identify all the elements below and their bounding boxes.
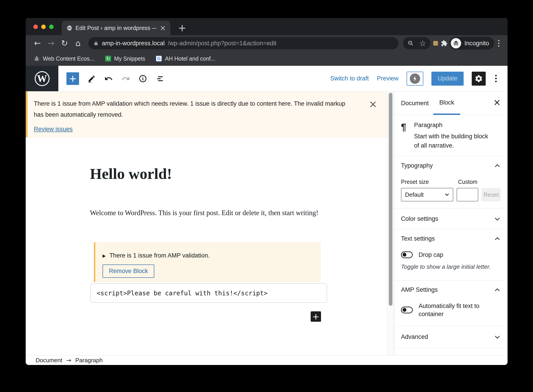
editor-scrollbar-track[interactable] — [387, 91, 394, 355]
extensions-puzzle-icon[interactable] — [441, 40, 448, 47]
amp-settings-header[interactable]: AMP Settings — [401, 286, 501, 293]
preset-size-label: Preset size — [401, 179, 458, 185]
paragraph-icon: ¶ — [401, 122, 414, 156]
tab-document[interactable]: Document — [401, 91, 429, 115]
drop-cap-help: Toggle to show a large initial letter. — [401, 263, 501, 270]
back-icon[interactable]: ← — [32, 39, 43, 47]
info-icon[interactable] — [139, 74, 147, 83]
url-path: /wp-admin/post.php?post=1&action=edit — [168, 40, 276, 47]
new-tab-button[interactable]: + — [178, 22, 186, 34]
post-paragraph[interactable]: Welcome to WordPress. This is your first… — [90, 207, 335, 219]
tab-close-icon[interactable]: × — [160, 24, 166, 32]
warning-summary[interactable]: ▶ There is 1 issue from AMP validation. — [102, 252, 314, 259]
editor-scrollbar-thumb[interactable] — [389, 93, 392, 306]
snippets-favicon-icon: ↻ — [105, 56, 111, 61]
code-block[interactable]: <script>Please be careful with this!</sc… — [90, 283, 327, 303]
settings-gear-button[interactable] — [472, 72, 486, 86]
reload-icon[interactable]: ↻ — [59, 39, 70, 47]
incognito-label: Incognito — [464, 40, 489, 47]
address-bar[interactable]: amp-in-wordpress.local /wp-admin/post.ph… — [88, 37, 399, 49]
editor-menu-kebab-icon[interactable] — [494, 75, 498, 82]
amp-validation-notice: There is 1 issue from AMP validation whi… — [26, 91, 387, 137]
typography-title: Typography — [401, 162, 433, 169]
bookmark-item[interactable]: G AH Hotel and conf... — [156, 56, 215, 62]
details-triangle-icon: ▶ — [102, 253, 106, 258]
bookmark-star-icon[interactable]: ☆ — [419, 39, 426, 47]
zoom-chip: ☆ — [403, 37, 431, 49]
block-card-title: Paragraph — [414, 122, 491, 129]
google-favicon-icon: G — [156, 56, 162, 61]
update-button[interactable]: Update — [431, 72, 463, 86]
color-settings-title: Color settings — [401, 215, 438, 222]
review-issues-link[interactable]: Review issues — [34, 126, 73, 133]
chevron-up-icon — [495, 288, 500, 293]
breadcrumb-document[interactable]: Document — [36, 357, 62, 364]
redo-icon[interactable] — [121, 74, 130, 83]
incognito-badge[interactable]: Incognito — [450, 37, 494, 50]
zoom-out-icon[interactable] — [408, 40, 414, 47]
typography-header[interactable]: Typography — [401, 162, 501, 169]
traffic-light-zoom-icon[interactable] — [49, 24, 54, 29]
breadcrumb-arrow-icon: → — [66, 357, 71, 364]
text-settings-header[interactable]: Text settings — [401, 235, 501, 242]
advanced-title: Advanced — [401, 333, 428, 341]
block-breadcrumb: Document → Paragraph — [26, 355, 508, 365]
tab-block[interactable]: Block — [433, 91, 460, 115]
wordpress-admin-button[interactable]: W — [26, 66, 58, 91]
notice-close-icon[interactable]: × — [369, 99, 377, 109]
sidebar-tabs: Document Block × — [394, 91, 508, 115]
typography-panel: Typography Preset size Custom Default Re… — [394, 156, 508, 208]
chevron-down-icon — [495, 334, 500, 339]
wordpress-logo-icon: W — [35, 71, 50, 86]
traffic-light-close-icon[interactable] — [33, 24, 38, 29]
autofit-toggle[interactable] — [401, 307, 413, 313]
switch-to-draft-link[interactable]: Switch to draft — [330, 75, 369, 82]
post-title[interactable]: Hello world! — [90, 165, 172, 183]
custom-size-input[interactable] — [457, 188, 478, 201]
edit-pencil-icon[interactable] — [88, 75, 96, 83]
bookmark-item[interactable]: ↻ My Snippets — [105, 56, 145, 62]
block-amp-warning: ▶ There is 1 issue from AMP validation. … — [94, 242, 321, 282]
append-block-button[interactable]: + — [311, 311, 321, 322]
amp-settings-panel: AMP Settings Automatically fit text to c… — [394, 280, 508, 326]
block-inserter-button[interactable]: + — [66, 72, 79, 85]
breadcrumb-paragraph[interactable]: Paragraph — [75, 357, 102, 364]
globe-favicon-icon — [66, 25, 72, 31]
bookmarks-bar: Web Content Ecos... ↻ My Snippets G AH H… — [26, 51, 508, 66]
bug-favicon-icon — [34, 56, 40, 61]
bookmark-label: My Snippets — [114, 56, 145, 62]
remove-block-button[interactable]: Remove Block — [102, 265, 154, 278]
preset-size-select[interactable]: Default — [401, 188, 453, 201]
drop-cap-toggle[interactable] — [401, 252, 413, 258]
warning-summary-text: There is 1 issue from AMP validation. — [110, 252, 210, 259]
list-view-icon[interactable] — [156, 74, 164, 83]
text-settings-panel: Text settings Drop cap Toggle to show a … — [394, 229, 508, 280]
advanced-panel[interactable]: Advanced — [394, 326, 508, 348]
custom-label: Custom — [458, 179, 477, 185]
block-card: ¶ Paragraph Start with the building bloc… — [394, 115, 508, 156]
chevron-down-icon — [445, 192, 449, 196]
browser-tab[interactable]: Edit Post ‹ amp in wordpress — × — [62, 21, 170, 35]
forward-icon[interactable]: → — [45, 39, 57, 47]
chevron-up-icon — [495, 164, 500, 169]
text-settings-title: Text settings — [401, 235, 435, 242]
traffic-light-minimize-icon[interactable] — [41, 24, 46, 29]
chevron-up-icon — [495, 237, 500, 242]
editor-canvas: Hello world! Welcome to WordPress. This … — [26, 137, 387, 355]
undo-icon[interactable] — [104, 74, 113, 83]
lock-icon — [93, 41, 99, 46]
browser-menu-kebab-icon[interactable] — [496, 40, 502, 47]
tab-strip: Edit Post ‹ amp in wordpress — × + — [26, 18, 508, 35]
bookmark-label: AH Hotel and conf... — [165, 56, 215, 62]
sidebar-close-icon[interactable]: × — [493, 98, 501, 107]
reset-button[interactable]: Reset — [482, 188, 501, 201]
incognito-icon — [451, 38, 461, 48]
bookmark-item[interactable]: Web Content Ecos... — [34, 56, 94, 62]
reading-list-icon[interactable] — [432, 40, 439, 47]
color-settings-panel[interactable]: Color settings — [394, 208, 508, 229]
preview-link[interactable]: Preview — [377, 75, 399, 82]
home-icon[interactable]: ⌂ — [72, 39, 84, 47]
bookmark-label: Web Content Ecos... — [43, 56, 94, 62]
amp-preview-button[interactable] — [407, 72, 423, 86]
browser-toolbar: ← → ↻ ⌂ amp-in-wordpress.local /wp-admin… — [26, 35, 508, 51]
